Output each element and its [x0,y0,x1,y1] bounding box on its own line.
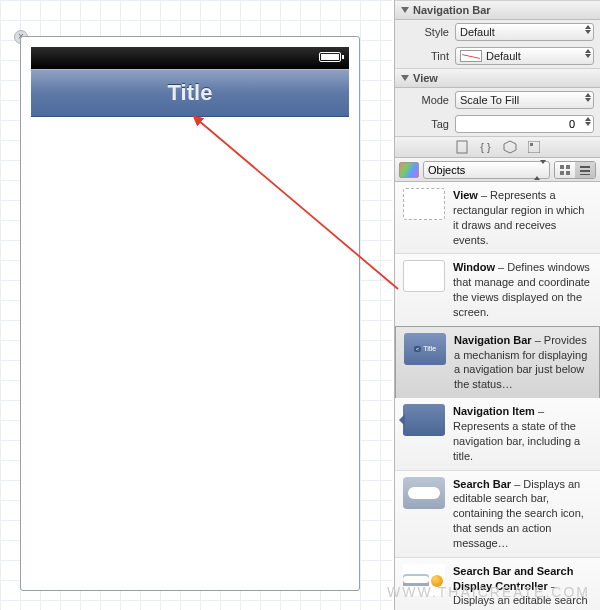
code-snippet-tab-icon[interactable]: { } [479,140,493,154]
device-frame[interactable]: Title [20,36,360,591]
mode-dropdown[interactable]: Scale To Fill [455,91,594,109]
svg-rect-7 [580,166,590,168]
object-thumb-window [403,260,445,292]
file-template-tab-icon[interactable] [455,140,469,154]
object-description: Navigation Bar – Provides a mechanism fo… [454,333,591,392]
mode-label: Mode [401,94,449,106]
object-description: Window – Defines windows that manage and… [453,260,592,319]
object-thumb-view [403,188,445,220]
media-tab-icon[interactable] [527,140,541,154]
svg-rect-3 [560,165,564,169]
tag-value: 0 [569,118,575,130]
status-bar [31,47,349,69]
navigation-bar-preview[interactable]: Title [31,69,349,117]
mode-value: Scale To Fill [460,94,519,106]
svg-rect-8 [580,170,590,172]
object-library-list[interactable]: View – Represents a rectangular region i… [395,182,600,610]
battery-icon [319,52,341,62]
style-label: Style [401,26,449,38]
disclosure-triangle-icon [401,7,409,13]
section-title: View [413,72,438,84]
tint-swatch-icon [460,50,482,62]
style-value: Default [460,26,495,38]
disclosure-triangle-icon [401,75,409,81]
library-icon[interactable] [399,162,419,178]
svg-rect-6 [566,171,570,175]
object-item-navitem[interactable]: Navigation Item – Represents a state of … [395,398,600,470]
svg-rect-5 [560,171,564,175]
section-header-view[interactable]: View [395,68,600,88]
object-thumb-navitem [403,404,445,436]
tag-label: Tag [401,118,449,130]
object-description: Search Bar – Displays an editable search… [453,477,592,551]
section-title: Navigation Bar [413,4,491,16]
list-view-icon[interactable] [575,162,595,178]
svg-rect-9 [580,174,590,175]
device-screen: Title [31,47,349,580]
interface-builder-canvas[interactable]: × Title [0,0,392,610]
tint-dropdown[interactable]: Default [455,47,594,65]
object-item-window[interactable]: Window – Defines windows that manage and… [395,254,600,326]
object-item-search[interactable]: Search Bar – Displays an editable search… [395,471,600,558]
object-thumb-search [403,477,445,509]
library-selector-value: Objects [428,164,465,176]
style-dropdown[interactable]: Default [455,23,594,41]
objects-toolbar: Objects [395,158,600,182]
object-tab-icon[interactable] [503,140,517,154]
tint-label: Tint [401,50,449,62]
tint-value: Default [486,50,521,62]
section-header-navigation-bar[interactable]: Navigation Bar [395,0,600,20]
svg-rect-1 [528,141,540,153]
svg-rect-2 [530,143,533,146]
view-mode-toggle[interactable] [554,161,596,179]
object-description: View – Represents a rectangular region i… [453,188,592,247]
grid-view-icon[interactable] [555,162,575,178]
object-item-view[interactable]: View – Represents a rectangular region i… [395,182,600,254]
object-description: Navigation Item – Represents a state of … [453,404,592,463]
tag-field[interactable]: 0 [455,115,594,133]
svg-rect-4 [566,165,570,169]
object-item-navbar[interactable]: <TitleNavigation Bar – Provides a mechan… [395,326,600,399]
svg-rect-0 [457,141,467,153]
library-selector-dropdown[interactable]: Objects [423,161,550,179]
navigation-bar-title: Title [168,80,213,106]
inspector-panel: Navigation Bar Style Default Tint Defaul… [394,0,600,610]
watermark: WWW.THAICREATE.COM [387,584,590,600]
object-thumb-navbar: <Title [404,333,446,365]
library-tab-strip: { } [395,136,600,158]
